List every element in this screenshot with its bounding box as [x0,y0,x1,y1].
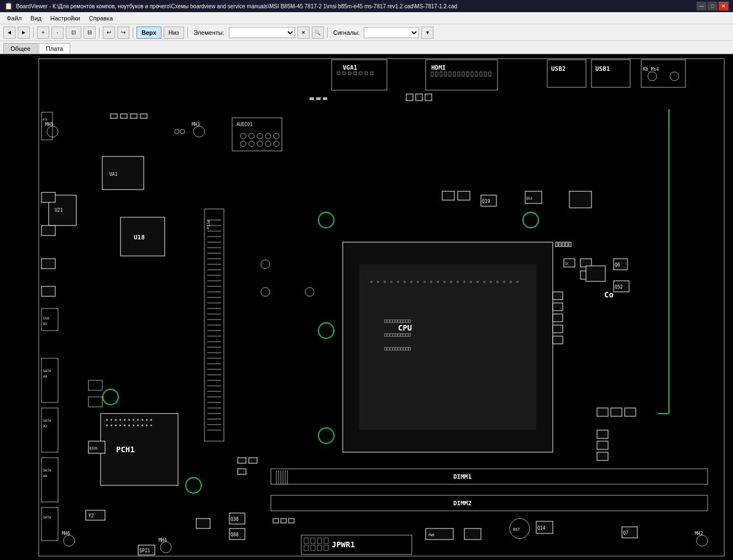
tb-back-button[interactable]: ◄ [3,27,15,39]
svg-rect-108 [477,281,479,283]
menu-help[interactable]: Справка [85,14,117,23]
svg-rect-107 [470,281,472,283]
top-view-button[interactable]: Верх [137,27,161,39]
tb-zoom-out-button[interactable]: - [51,27,64,39]
tb-zoom-fit-button[interactable]: ⊡ [66,27,81,39]
svg-text:Q38: Q38 [231,517,239,522]
elements-label: Элементы: [193,29,224,36]
tb-zoom-fit2-button[interactable]: ⊟ [83,27,96,39]
svg-text:□□□□□□□□□□: □□□□□□□□□□ [384,332,411,337]
minimize-button[interactable]: — [697,2,706,11]
tb-forward-button[interactable]: ► [18,27,30,39]
svg-rect-250 [625,408,636,416]
board-canvas: VGA1 HDMI [0,54,733,560]
svg-rect-253 [597,452,608,460]
tb-zoom-in-button[interactable]: + [37,27,49,39]
signals-label: Сигналы: [333,29,360,36]
svg-rect-99 [417,281,419,283]
svg-rect-278 [569,242,571,247]
svg-rect-270 [458,191,470,200]
svg-text:SPI1: SPI1 [139,548,150,553]
svg-rect-251 [597,430,608,438]
svg-rect-102 [437,281,439,283]
svg-rect-92 [370,281,373,283]
svg-text:USB1: USB1 [595,65,610,72]
svg-text:U21: U21 [55,208,63,213]
svg-text:Q19: Q19 [482,199,490,204]
svg-rect-71 [119,419,121,421]
elements-dropdown[interactable] [229,27,295,38]
svg-rect-96 [397,281,399,283]
svg-rect-112 [503,281,505,283]
svg-text:SATA: SATA [43,515,51,519]
svg-rect-86 [137,425,139,426]
svg-text:MH3: MH3 [192,122,200,127]
board-area[interactable]: VGA1 HDMI [0,54,733,560]
svg-rect-261 [41,226,55,235]
tb-undo-button[interactable]: ↩ [103,27,115,39]
svg-rect-245 [273,519,279,523]
svg-text:PCH1: PCH1 [116,445,135,454]
svg-text:MH5: MH5 [45,122,54,127]
svg-text:A2: A2 [43,424,48,428]
svg-text:PCIe: PCIe [206,220,210,229]
svg-rect-262 [41,259,55,269]
svg-text:USB2: USB2 [551,65,566,72]
svg-rect-74 [133,419,134,421]
menu-view[interactable]: Вид [26,14,46,23]
svg-text:DIMM2: DIMM2 [453,500,472,507]
svg-text:□□□□□□□□□□: □□□□□□□□□□ [384,318,411,323]
svg-text:A4: A4 [43,474,48,478]
svg-rect-246 [281,519,286,523]
maximize-button[interactable]: □ [708,2,718,11]
svg-rect-98 [410,281,412,283]
svg-text:HDMI: HDMI [431,64,446,71]
svg-text:Q88: Q88 [231,532,239,537]
svg-rect-249 [611,408,622,416]
signals-dropdown-button[interactable]: ▼ [421,27,433,39]
vga1-label: VGA1 [343,64,358,71]
svg-rect-93 [377,281,379,283]
svg-rect-78 [150,419,152,421]
tb-redo-button[interactable]: ↪ [117,27,129,39]
svg-rect-80 [111,425,112,426]
tb-separator-2 [99,27,100,38]
title-bar: 📋 BoardViewer - К:\Для ремонтов компов, … [0,0,733,12]
svg-rect-106 [463,281,465,283]
tab-board[interactable]: Плата [39,43,70,54]
svg-text:Kb_Ms4: Kb_Ms4 [643,67,659,72]
bottom-view-button[interactable]: Низ [164,27,184,39]
tb-separator-4 [187,27,188,38]
svg-rect-66 [101,414,178,485]
svg-rect-228 [553,303,563,311]
svg-rect-276 [562,242,564,247]
menu-settings[interactable]: Настройки [46,14,85,23]
elements-clear-button[interactable]: ✕ [297,27,310,39]
svg-text:BAT: BAT [513,527,520,532]
svg-rect-235 [140,114,147,118]
tb-separator-5 [327,27,328,38]
svg-rect-85 [133,425,134,426]
svg-rect-265 [416,94,422,101]
menu-file[interactable]: Файл [2,14,26,23]
svg-rect-227 [553,292,563,300]
svg-rect-220 [323,97,327,100]
tb-separator-3 [133,27,133,38]
elements-search-button[interactable]: 🔍 [312,27,324,39]
svg-rect-79 [106,425,108,426]
window-controls: — □ ✕ [697,2,729,11]
svg-rect-87 [142,425,143,426]
close-button[interactable]: ✕ [719,2,729,11]
svg-rect-69 [111,419,112,421]
svg-rect-234 [130,114,137,118]
svg-rect-260 [41,192,55,202]
svg-rect-252 [597,441,608,449]
svg-text:IC: IC [565,261,569,265]
svg-text:□□□□□□□□□□: □□□□□□□□□□ [384,346,411,351]
svg-text:A0: A0 [43,374,48,378]
tab-general[interactable]: Общее [3,43,38,54]
svg-text:MH2: MH2 [695,531,703,536]
svg-text:AUDIO1: AUDIO1 [237,122,253,127]
signals-dropdown[interactable] [364,27,419,38]
svg-rect-72 [124,419,125,421]
